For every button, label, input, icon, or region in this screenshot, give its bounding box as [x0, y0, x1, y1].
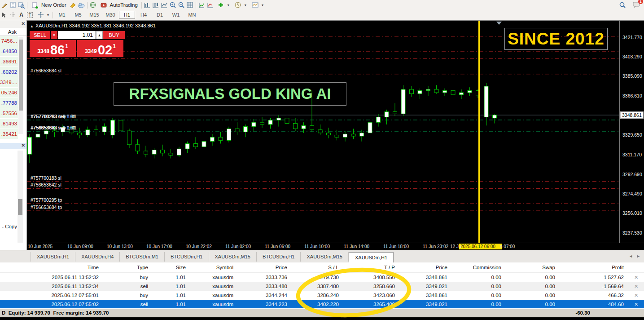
search-icon[interactable] [618, 1, 626, 9]
timeframe-button-w1[interactable]: W1 [168, 11, 184, 19]
orders-header-cell[interactable]: Size [153, 262, 190, 272]
orders-header-cell[interactable]: Commission [452, 262, 506, 272]
market-watch-row[interactable]: .36691 [0, 57, 18, 67]
orders-row[interactable]: 2025.06.12 07:55:02sell1.01xauusdm3344.2… [0, 300, 644, 309]
timeframe-button-m30[interactable]: M30 [103, 11, 118, 19]
close-order-icon[interactable]: ✕ [628, 291, 644, 300]
volume-decrease-button[interactable]: ▼ [51, 31, 57, 39]
orders-header-cell[interactable]: Type [103, 262, 153, 272]
pencil-icon[interactable] [0, 1, 9, 9]
chart-tab[interactable]: BTCUSDm,M1 [120, 252, 165, 262]
navigator-scrollbar[interactable] [18, 151, 23, 243]
indicators-icon[interactable] [197, 1, 206, 9]
templates-icon[interactable] [206, 1, 215, 9]
barchart-icon[interactable] [143, 1, 152, 9]
market-watch-row[interactable]: .57556 [0, 108, 18, 119]
market-watch-row[interactable]: .77788 [0, 98, 18, 108]
orders-header-cell[interactable]: S / L [292, 262, 343, 272]
market-watch-row[interactable]: 05.246 [0, 88, 18, 98]
cursor-icon[interactable] [0, 11, 9, 19]
market-watch-row[interactable]: .35421 [0, 129, 18, 139]
orders-header-cell[interactable]: T / P [343, 262, 399, 272]
orders-cell-price: 3344.223 [238, 300, 292, 309]
add-indicator-dropdown[interactable]: ▾ [215, 1, 232, 9]
candle-body [169, 153, 173, 156]
timeframe-button-m5[interactable]: M5 [70, 11, 86, 19]
chart-tab[interactable]: BTCUSDm,H1 [257, 252, 301, 262]
chart-tab[interactable]: BTCUSDm,H1 [165, 252, 209, 262]
collapse-icon[interactable]: ▲ [30, 24, 34, 28]
zoom-in-icon[interactable] [169, 1, 177, 9]
timeframe-button-h1[interactable]: H1 [119, 11, 135, 19]
market-watch-row[interactable]: .81493 [0, 119, 18, 129]
orders-row[interactable]: 2025.06.11 13:52:32buy1.01xauusdm3333.73… [0, 273, 644, 282]
autotrading-button[interactable]: AutoTrading [97, 1, 140, 9]
ask-column-header[interactable]: Ask [0, 28, 26, 36]
market-watch-row[interactable]: .64850 [0, 46, 18, 57]
paint-icon[interactable] [69, 1, 77, 9]
order-line-label: #756653684 sl [31, 68, 61, 73]
close-icon[interactable]: ✕ [22, 143, 25, 148]
orders-header-cell[interactable]: Profit [560, 262, 628, 272]
timeframe-button-h4[interactable]: H4 [136, 11, 151, 19]
buy-price-panel[interactable]: 3349 02 1 [77, 40, 123, 57]
tab-scroll-right-icon[interactable]: ► [636, 254, 640, 258]
globe-icon[interactable] [89, 1, 97, 9]
crosshair-icon[interactable] [9, 11, 17, 19]
sell-price-panel[interactable]: 3348 86 1 [30, 40, 76, 57]
scrollbar-thumb[interactable] [18, 199, 22, 215]
chart-tab[interactable]: XAUUSDm,H1 [349, 252, 394, 263]
period-dropdown[interactable]: ▾ [232, 1, 249, 9]
close-icon[interactable]: ✕ [22, 21, 25, 26]
new-order-button[interactable]: New Order [29, 1, 69, 9]
close-order-icon[interactable]: ✕ [628, 300, 644, 309]
panel-divider [0, 135, 26, 135]
search-chart-icon[interactable] [17, 1, 26, 9]
candle-body [28, 137, 32, 154]
orders-header-cell[interactable]: Symbol [190, 262, 238, 272]
volume-input[interactable]: 1.01 [58, 31, 96, 39]
timeframe-button-m15[interactable]: M15 [87, 11, 102, 19]
market-watch-row[interactable]: 3349.... [0, 77, 18, 88]
market-watch-row[interactable]: 7456... [0, 36, 18, 46]
timeframe-button-d1[interactable]: D1 [152, 11, 167, 19]
volume-increase-button[interactable]: ▲ [96, 31, 103, 39]
time-axis[interactable]: 2025.06.12 06:00 n 07:00 10 Jun 202510 J… [27, 243, 644, 250]
timeframe-button-m1[interactable]: M1 [54, 11, 70, 19]
chart-tab[interactable]: XAUUSDm,H1 [31, 252, 75, 262]
notepad-icon[interactable] [9, 1, 17, 9]
text-tool-icon[interactable]: A [17, 11, 26, 19]
chart-tab[interactable]: XAUUSDm,H4 [75, 252, 120, 262]
time-highlight-badge: 2025.06.12 06:00 [459, 244, 502, 249]
chart-tab[interactable]: XAUUSDm,M15 [209, 252, 257, 262]
tab-scroll-left-icon[interactable]: ◄ [629, 254, 633, 258]
orders-header-cell[interactable]: Time [0, 262, 103, 272]
scrollbar-thumb[interactable] [19, 40, 23, 111]
orders-header-cell[interactable]: Price [238, 262, 292, 272]
shapes-dropdown[interactable]: ▾ [34, 11, 51, 19]
chart-tab[interactable]: XAUUSDm,M15 [301, 252, 348, 262]
zoom-out-icon[interactable] [177, 1, 186, 9]
orders-row[interactable]: 2025.06.12 07:55:01buy1.01xauusdm3344.24… [0, 291, 644, 300]
price-axis[interactable]: 3348.861 3421.7703403.2903385.0903366.61… [619, 20, 644, 243]
candlestick-icon[interactable] [152, 1, 160, 9]
orders-row[interactable]: 2025.06.11 13:52:34sell1.01xauusdm3333.4… [0, 282, 644, 291]
buy-button[interactable]: BUY [103, 31, 125, 39]
orders-header-cell[interactable]: Price [399, 262, 452, 272]
orders-cell-commission: 0.00 [452, 282, 506, 291]
market-watch-row[interactable]: .60202 [0, 67, 18, 77]
timeframe-button-mn[interactable]: MN [184, 11, 200, 19]
buy-price-small: 3349 [85, 48, 97, 54]
textbox-tool-icon[interactable]: T [26, 11, 34, 19]
chart-profile-dropdown[interactable]: ▾ [249, 1, 266, 9]
close-order-icon[interactable]: ✕ [628, 273, 644, 282]
market-watch-scrollbar[interactable] [18, 37, 23, 134]
sell-button[interactable]: SELL [30, 31, 50, 39]
grid-icon[interactable] [186, 1, 194, 9]
chart-area[interactable]: #756653684 sl#757700183 sl#756653642 sl#… [27, 20, 619, 243]
orders-header-cell[interactable]: Swap [506, 262, 560, 272]
notifications-icon[interactable]: 1 [632, 1, 640, 9]
close-order-icon[interactable]: ✕ [628, 282, 644, 291]
linechart-icon[interactable] [160, 1, 169, 9]
cloud-icon[interactable] [77, 1, 86, 9]
